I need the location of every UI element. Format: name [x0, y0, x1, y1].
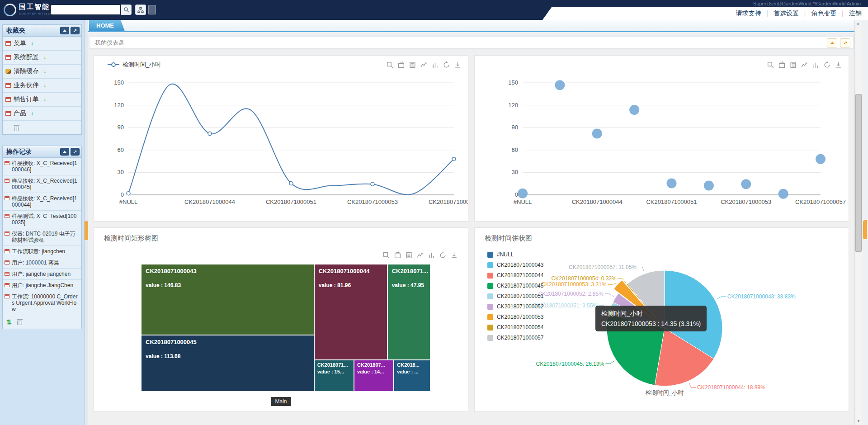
- favorite-item[interactable]: 业务伙伴↓: [3, 79, 81, 93]
- pie-legend-item[interactable]: CK2018071000052: [487, 303, 543, 310]
- top-link-3[interactable]: 注销: [849, 9, 862, 18]
- secondary-header-button[interactable]: [148, 5, 156, 14]
- scatter-point[interactable]: [741, 179, 751, 189]
- download-icon[interactable]: [835, 61, 842, 69]
- favorite-item[interactable]: 菜单↓: [3, 37, 81, 51]
- scatter-point[interactable]: [778, 189, 788, 199]
- record-item[interactable]: 样品接收: X_C_Received[1000044]: [3, 193, 81, 211]
- restore-icon[interactable]: [439, 251, 447, 259]
- run-favorite-icon[interactable]: ↓: [31, 110, 33, 117]
- record-item[interactable]: 样品测试: X_C_Tested[1000035]: [3, 211, 81, 228]
- favorites-collapse-button[interactable]: [60, 27, 69, 34]
- data-point[interactable]: [208, 132, 212, 135]
- record-item[interactable]: 用户: 1000001 蒋晨: [3, 257, 81, 269]
- data-zoom-icon[interactable]: [386, 61, 394, 69]
- data-point[interactable]: [371, 182, 374, 186]
- pie-legend-item[interactable]: CK2018071000057: [487, 335, 543, 341]
- favorite-item[interactable]: 销售订单↓: [3, 93, 81, 107]
- treemap-node[interactable]: CK201807...value : 14...: [354, 360, 394, 392]
- pie-legend-item[interactable]: CK2018071000051: [487, 293, 543, 299]
- refresh-records-icon[interactable]: ⇄: [5, 319, 13, 325]
- download-icon[interactable]: [450, 251, 458, 259]
- favorite-item[interactable]: 系统配置↓: [3, 51, 81, 65]
- treemap-node[interactable]: CK2018071...value : 47.95: [387, 264, 430, 360]
- trash-icon[interactable]: [17, 319, 23, 325]
- scroll-thumb[interactable]: [855, 94, 862, 252]
- run-favorite-icon[interactable]: ↓: [43, 82, 46, 89]
- bar-chart-icon[interactable]: [428, 251, 435, 259]
- scrollbar[interactable]: « ▼: [854, 20, 862, 425]
- bar-chart-icon[interactable]: [812, 61, 820, 69]
- search-button[interactable]: [121, 5, 132, 15]
- scatter-point[interactable]: [629, 105, 639, 115]
- run-favorite-icon[interactable]: ↓: [31, 40, 33, 47]
- scatter-point[interactable]: [555, 80, 565, 90]
- top-link-1[interactable]: 首选设置: [774, 9, 799, 18]
- data-zoom-icon[interactable]: [767, 61, 774, 69]
- data-point[interactable]: [127, 192, 130, 195]
- menu-tree-button[interactable]: [135, 5, 146, 15]
- pie-legend-item[interactable]: CK2018071000044: [487, 272, 543, 279]
- restore-icon[interactable]: [823, 61, 831, 69]
- data-point[interactable]: [289, 182, 293, 185]
- line-series[interactable]: [128, 84, 454, 195]
- download-icon[interactable]: [454, 61, 462, 69]
- pie-legend-item[interactable]: CK2018071000043: [487, 262, 543, 268]
- favorites-expand-button[interactable]: [71, 27, 80, 34]
- scatter-point[interactable]: [518, 189, 528, 198]
- record-item[interactable]: 样品接收: X_C_Received[1000046]: [3, 158, 81, 175]
- data-zoom-icon[interactable]: [382, 251, 390, 259]
- record-item[interactable]: 样品接收: X_C_Received[1000045]: [3, 175, 81, 193]
- line-legend-item[interactable]: 检测时间_小时: [108, 61, 161, 69]
- pie-legend-item[interactable]: CK2018071000054: [487, 324, 543, 331]
- record-item[interactable]: 仪器: DNTC-02019 电子万能材料试验机: [3, 228, 81, 246]
- line-chart-icon[interactable]: [416, 251, 424, 259]
- treemap-node[interactable]: CK2018...value : ...: [394, 360, 430, 392]
- record-item[interactable]: 用户: jiangche jiangchen: [3, 269, 81, 280]
- zoom-reset-icon[interactable]: [778, 61, 786, 69]
- record-item[interactable]: 工作流: 10000000 C_Orders Urgent Approval W…: [3, 291, 81, 315]
- run-favorite-icon[interactable]: ↓: [43, 68, 46, 75]
- treemap-node[interactable]: CK2018071000045value : 113.68: [141, 335, 314, 392]
- favorite-item[interactable]: 清除缓存↓: [3, 65, 81, 79]
- trash-icon[interactable]: [14, 125, 19, 131]
- search-input[interactable]: [51, 5, 121, 15]
- run-favorite-icon[interactable]: ↓: [43, 96, 46, 103]
- bar-chart-icon[interactable]: [431, 61, 439, 69]
- pie-legend-item[interactable]: #NULL: [487, 251, 543, 258]
- restore-icon[interactable]: [443, 61, 450, 69]
- top-link-2[interactable]: 角色变更: [811, 9, 837, 18]
- treemap-node[interactable]: CK2018071...value : 15...: [314, 360, 354, 392]
- dashboard-collapse-button[interactable]: [827, 38, 837, 47]
- data-view-icon[interactable]: [409, 61, 416, 69]
- record-item[interactable]: 用户: jiangche JiangChen: [3, 280, 81, 291]
- record-item[interactable]: 工作流职责: jiangchen: [3, 246, 81, 257]
- data-view-icon[interactable]: [789, 61, 797, 69]
- records-collapse-button[interactable]: [60, 148, 69, 156]
- pie-legend-item[interactable]: CK2018071000053: [487, 314, 543, 320]
- treemap-node[interactable]: CK2018071000043value : 146.83: [141, 264, 314, 335]
- scatter-point[interactable]: [667, 179, 677, 189]
- scatter-point[interactable]: [704, 181, 714, 191]
- tab-home[interactable]: HOME: [89, 20, 125, 31]
- top-link-0[interactable]: 请求支持: [736, 9, 761, 18]
- data-view-icon[interactable]: [405, 251, 413, 259]
- favorite-item[interactable]: 产品↓: [3, 107, 81, 121]
- data-point[interactable]: [452, 157, 456, 161]
- treemap-breadcrumb[interactable]: Main: [271, 397, 291, 406]
- collapse-panel-icon[interactable]: «: [855, 20, 862, 28]
- pie-legend-item[interactable]: CK2018071000045: [487, 283, 543, 289]
- treemap-node[interactable]: CK2018071000044value : 81.96: [314, 264, 387, 360]
- zoom-reset-icon[interactable]: [397, 61, 405, 69]
- records-expand-button[interactable]: [71, 148, 80, 156]
- collapse-west-handle[interactable]: [85, 221, 88, 240]
- scatter-point[interactable]: [592, 128, 602, 138]
- line-chart-icon[interactable]: [801, 61, 808, 69]
- scroll-down-button[interactable]: ▼: [855, 418, 862, 425]
- collapse-east-handle[interactable]: [863, 220, 867, 239]
- line-chart-icon[interactable]: [420, 61, 428, 69]
- zoom-reset-icon[interactable]: [394, 251, 401, 259]
- scatter-point[interactable]: [816, 154, 826, 164]
- run-favorite-icon[interactable]: ↓: [43, 54, 46, 61]
- dashboard-expand-button[interactable]: [840, 38, 850, 47]
